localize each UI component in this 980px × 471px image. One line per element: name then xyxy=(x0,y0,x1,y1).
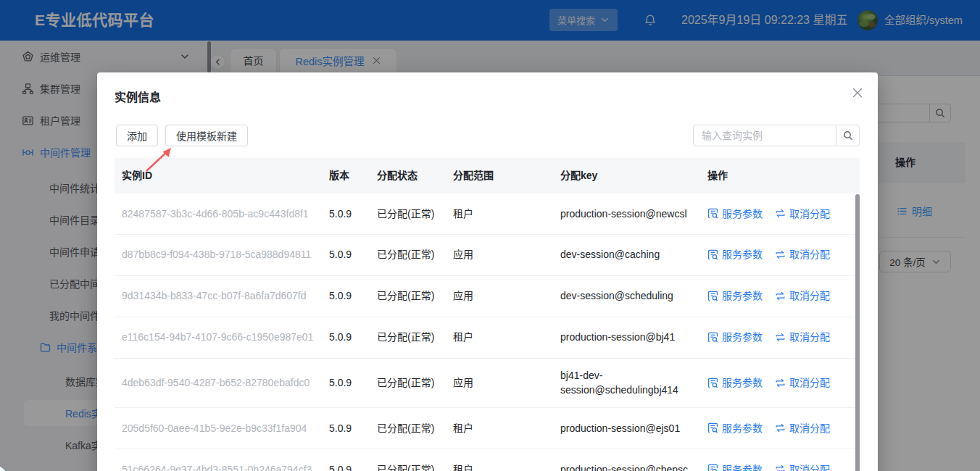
column-header: 分配状态 xyxy=(370,168,446,183)
instance-table: 实例ID版本分配状态分配范围分配key操作 82487587-3b3c-4d66… xyxy=(115,158,860,471)
cell-actions: 服务参数 取消分配 xyxy=(700,330,860,344)
column-header: 版本 xyxy=(322,168,370,183)
service-params-link[interactable]: 服务参数 xyxy=(707,247,763,262)
swap-icon xyxy=(775,291,786,301)
add-button[interactable]: 添加 xyxy=(116,125,158,146)
cell-scope: 租户 xyxy=(446,207,553,221)
cell-actions: 服务参数 取消分配 xyxy=(700,288,860,303)
cancel-assign-label: 取消分配 xyxy=(789,462,830,471)
create-from-template-button[interactable]: 使用模板新建 xyxy=(165,125,248,146)
table-row: d87bb8c9-f094-438b-9718-5ca988d94811 5.0… xyxy=(115,235,860,276)
dialog-close-icon[interactable] xyxy=(851,86,864,99)
service-params-link[interactable]: 服务参数 xyxy=(707,330,763,344)
cell-status: 已分配(正常) xyxy=(370,375,446,390)
service-params-label: 服务参数 xyxy=(722,288,763,303)
file-search-icon xyxy=(707,378,718,388)
instance-info-dialog: 实例信息 添加 使用模板新建 实例ID版本分配状态分配范围分配key操作 824… xyxy=(97,72,878,471)
cancel-assign-label: 取消分配 xyxy=(789,330,830,344)
cell-version: 5.0.9 xyxy=(322,207,370,221)
instance-table-body: 82487587-3b3c-4d66-805b-ac9c443fd8f1 5.0… xyxy=(115,193,860,471)
cell-scope: 租户 xyxy=(446,330,553,344)
table-row: 205d5f60-0aee-41b5-9e2e-b9c33f1fa904 5.0… xyxy=(115,408,860,449)
instance-search-button[interactable] xyxy=(836,125,859,146)
file-search-icon xyxy=(707,422,718,433)
cell-key: production-session@ejs01 xyxy=(553,421,700,435)
cell-scope: 应用 xyxy=(446,288,553,303)
cell-instance-id: 9d31434b-b833-47cc-b07f-8a6fa7d607fd xyxy=(115,288,322,303)
service-params-link[interactable]: 服务参数 xyxy=(707,375,763,390)
cell-version: 5.0.9 xyxy=(322,375,370,390)
column-header: 操作 xyxy=(700,168,860,183)
cancel-assign-label: 取消分配 xyxy=(789,288,830,303)
cell-key: production-session@bj41 xyxy=(553,330,700,344)
table-row: 4deb63df-9540-4287-b652-82780ebafdc0 5.0… xyxy=(115,359,860,409)
cancel-assign-link[interactable]: 取消分配 xyxy=(775,421,830,435)
table-row: e116c154-94b7-4107-9c66-c1950e987e01 5.0… xyxy=(115,317,860,359)
file-search-icon xyxy=(707,291,718,301)
cell-actions: 服务参数 取消分配 xyxy=(700,207,860,221)
cancel-assign-link[interactable]: 取消分配 xyxy=(775,462,830,471)
cell-actions: 服务参数 取消分配 xyxy=(700,462,860,471)
app-root: E专业低代码平台 菜单搜索 2025年9月19日 09:22:23 星期五 全部… xyxy=(0,0,980,471)
instance-search-box xyxy=(693,125,860,146)
cell-key: production-session@newcsl xyxy=(553,207,700,221)
cell-scope: 应用 xyxy=(446,247,553,262)
swap-icon xyxy=(775,332,786,343)
service-params-label: 服务参数 xyxy=(722,207,763,221)
column-header: 实例ID xyxy=(115,168,322,183)
cancel-assign-link[interactable]: 取消分配 xyxy=(775,375,830,390)
cell-instance-id: 82487587-3b3c-4d66-805b-ac9c443fd8f1 xyxy=(115,207,322,221)
service-params-link[interactable]: 服务参数 xyxy=(707,421,763,435)
search-icon xyxy=(843,130,853,141)
cell-instance-id: 205d5f60-0aee-41b5-9e2e-b9c33f1fa904 xyxy=(115,421,322,435)
cancel-assign-link[interactable]: 取消分配 xyxy=(775,330,830,344)
column-header: 分配key xyxy=(553,168,700,183)
service-params-label: 服务参数 xyxy=(722,330,763,344)
swap-icon xyxy=(775,422,786,433)
cell-scope: 租户 xyxy=(446,421,553,435)
cell-key: production-session@chepsc xyxy=(553,462,700,471)
dialog-title: 实例信息 xyxy=(115,88,161,105)
file-search-icon xyxy=(707,332,718,343)
cell-instance-id: e116c154-94b7-4107-9c66-c1950e987e01 xyxy=(115,330,322,344)
file-search-icon xyxy=(707,464,718,471)
table-scrollbar[interactable] xyxy=(855,194,860,471)
file-search-icon xyxy=(707,249,718,260)
cancel-assign-link[interactable]: 取消分配 xyxy=(775,288,830,303)
instance-table-header-row: 实例ID版本分配状态分配范围分配key操作 xyxy=(115,158,860,193)
cell-status: 已分配(正常) xyxy=(370,330,446,344)
cancel-assign-link[interactable]: 取消分配 xyxy=(775,207,830,221)
service-params-label: 服务参数 xyxy=(722,462,763,471)
cell-actions: 服务参数 取消分配 xyxy=(700,421,860,435)
cell-instance-id: d87bb8c9-f094-438b-9718-5ca988d94811 xyxy=(115,247,322,262)
service-params-link[interactable]: 服务参数 xyxy=(707,462,763,471)
cell-version: 5.0.9 xyxy=(322,247,370,262)
table-row: 82487587-3b3c-4d66-805b-ac9c443fd8f1 5.0… xyxy=(115,193,860,235)
cell-scope: 应用 xyxy=(446,375,553,390)
cell-actions: 服务参数 取消分配 xyxy=(700,375,860,390)
cell-instance-id: 4deb63df-9540-4287-b652-82780ebafdc0 xyxy=(115,375,322,390)
cell-key: bj41-dev-session@schedulingbj414 xyxy=(553,368,700,398)
service-params-label: 服务参数 xyxy=(722,247,763,262)
cell-status: 已分配(正常) xyxy=(370,288,446,303)
cell-status: 已分配(正常) xyxy=(370,421,446,435)
cell-version: 5.0.9 xyxy=(322,421,370,435)
service-params-link[interactable]: 服务参数 xyxy=(707,207,763,221)
table-row: 9d31434b-b833-47cc-b07f-8a6fa7d607fd 5.0… xyxy=(115,276,860,317)
cell-key: dev-session@scheduling xyxy=(553,288,700,303)
service-params-link[interactable]: 服务参数 xyxy=(707,288,763,303)
cell-key: dev-session@caching xyxy=(553,247,700,262)
table-row: 51c66264-9e37-4bd3-8551-0b246a794cf3 5.0… xyxy=(115,449,860,471)
column-header: 分配范围 xyxy=(446,168,553,183)
cell-status: 已分配(正常) xyxy=(370,462,446,471)
cancel-assign-label: 取消分配 xyxy=(789,207,830,221)
swap-icon xyxy=(775,464,786,471)
cell-status: 已分配(正常) xyxy=(370,207,446,221)
cell-actions: 服务参数 取消分配 xyxy=(700,247,860,262)
cell-version: 5.0.9 xyxy=(322,288,370,303)
instance-search-input[interactable] xyxy=(694,126,835,145)
cell-instance-id: 51c66264-9e37-4bd3-8551-0b246a794cf3 xyxy=(115,462,322,471)
cancel-assign-link[interactable]: 取消分配 xyxy=(775,247,830,262)
swap-icon xyxy=(775,378,786,388)
cell-status: 已分配(正常) xyxy=(370,247,446,262)
